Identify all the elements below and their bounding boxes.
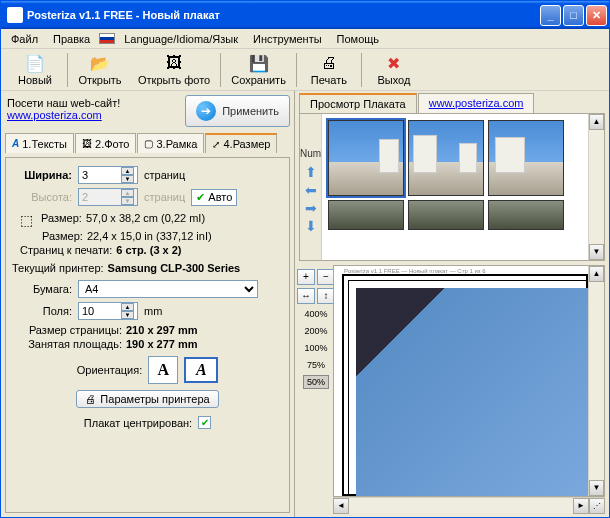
- print-button[interactable]: 🖨Печать: [299, 51, 359, 88]
- left-panel: Посети наш web-сайт! www.posteriza.com ➔…: [1, 91, 295, 517]
- right-panel: Просмотр Плаката www.posteriza.com Num ⬆…: [295, 91, 609, 517]
- width-label: Ширина:: [12, 169, 72, 181]
- page-thumbnail[interactable]: [408, 120, 484, 196]
- save-button[interactable]: 💾Сохранить: [223, 51, 294, 88]
- thumb-scrollbar[interactable]: ▲ ▼: [588, 114, 604, 260]
- menu-language[interactable]: Language/Idioma/Язык: [118, 31, 244, 47]
- titlebar: Posteriza v1.1 FREE - Новый плакат _ □ ✕: [1, 1, 609, 29]
- app-window: Posteriza v1.1 FREE - Новый плакат _ □ ✕…: [0, 0, 610, 518]
- scroll-down-icon[interactable]: ▼: [589, 244, 604, 260]
- open-button[interactable]: 📂Открыть: [70, 51, 130, 88]
- close-button[interactable]: ✕: [586, 5, 607, 26]
- zoom-75[interactable]: 75%: [307, 358, 325, 372]
- website-link[interactable]: www.posteriza.com: [7, 109, 102, 121]
- photo-icon: 🖼: [164, 53, 184, 73]
- paper-select[interactable]: A4: [78, 280, 258, 298]
- resize-grip-icon[interactable]: ⋰: [589, 498, 605, 514]
- tab-preview[interactable]: Просмотр Плаката: [299, 93, 417, 113]
- size-icon: ⤢: [212, 139, 220, 150]
- flag-icon: [99, 33, 115, 44]
- page-thumbnail[interactable]: [408, 200, 484, 230]
- spin-down-icon[interactable]: ▼: [121, 175, 134, 183]
- fit-width-button[interactable]: ↔: [297, 288, 315, 304]
- preview-scrollbar-h[interactable]: ◄ ► ⋰: [333, 497, 605, 513]
- open-photo-button[interactable]: 🖼Открыть фото: [130, 51, 218, 88]
- zoom-400[interactable]: 400%: [304, 307, 327, 321]
- print-icon: 🖨: [319, 53, 339, 73]
- text-icon: A: [12, 138, 19, 149]
- zoom-100[interactable]: 100%: [304, 341, 327, 355]
- menu-tools[interactable]: Инструменты: [247, 31, 328, 47]
- printer-icon: 🖨: [85, 393, 96, 405]
- dimensions-icon: ⬚: [20, 212, 33, 228]
- height-label: Высота:: [12, 191, 72, 203]
- page-thumbnail[interactable]: [328, 120, 404, 196]
- photo-tab-icon: 🖼: [82, 138, 92, 149]
- toolbar: 📄Новый 📂Открыть 🖼Открыть фото 💾Сохранить…: [1, 49, 609, 91]
- tab-size[interactable]: ⤢4.Размер: [205, 133, 277, 153]
- check-icon: ✔: [196, 191, 205, 204]
- save-icon: 💾: [249, 53, 269, 73]
- exit-button[interactable]: ✖Выход: [364, 51, 424, 88]
- zoom-in-button[interactable]: +: [297, 269, 315, 285]
- new-icon: 📄: [25, 53, 45, 73]
- apply-button[interactable]: ➔ Применить: [185, 95, 290, 127]
- preview-scrollbar-v[interactable]: ▲ ▼: [588, 266, 604, 496]
- arrow-down-icon[interactable]: ⬇: [305, 219, 317, 233]
- page-thumbnail[interactable]: [488, 120, 564, 196]
- tab-content-size: Ширина: 3▲▼ страниц Высота: 2▲▼ страниц …: [5, 157, 290, 513]
- zoom-controls: +− ↔↕ 400% 200% 100% 75% 50%: [299, 265, 333, 513]
- open-icon: 📂: [90, 53, 110, 73]
- spin-up-icon[interactable]: ▲: [121, 167, 134, 175]
- width-input[interactable]: 3▲▼: [78, 166, 138, 184]
- maximize-button[interactable]: □: [563, 5, 584, 26]
- app-icon: [7, 7, 23, 23]
- window-title: Posteriza v1.1 FREE - Новый плакат: [27, 9, 540, 21]
- zoom-50[interactable]: 50%: [303, 375, 329, 389]
- arrow-up-icon[interactable]: ⬆: [305, 165, 317, 179]
- tab-texts[interactable]: A1.Тексты: [5, 133, 74, 153]
- tab-web[interactable]: www.posteriza.com: [418, 93, 535, 113]
- arrow-right-icon: ➔: [196, 101, 216, 121]
- num-label: Num: [298, 146, 323, 161]
- menu-help[interactable]: Помощь: [331, 31, 386, 47]
- page-thumbnail[interactable]: [488, 200, 564, 230]
- tab-frame[interactable]: ▢3.Рамка: [137, 133, 204, 153]
- minimize-button[interactable]: _: [540, 5, 561, 26]
- height-input: 2▲▼: [78, 188, 138, 206]
- arrow-right-nav-icon[interactable]: ➡: [305, 201, 317, 215]
- centered-checkbox[interactable]: ✔: [198, 416, 211, 429]
- settings-tabs: A1.Тексты 🖼2.Фото ▢3.Рамка ⤢4.Размер: [5, 133, 290, 153]
- menu-file[interactable]: Файл: [5, 31, 44, 47]
- page-preview[interactable]: Posteriza v1.1 FREE — Новый плакат — Стр…: [333, 265, 605, 497]
- scroll-up-icon[interactable]: ▲: [589, 114, 604, 130]
- margins-input[interactable]: 10▲▼: [78, 302, 138, 320]
- page-thumbnail[interactable]: [328, 200, 404, 230]
- arrow-left-icon[interactable]: ⬅: [305, 183, 317, 197]
- menu-edit[interactable]: Правка: [47, 31, 96, 47]
- website-box: Посети наш web-сайт! www.posteriza.com: [5, 95, 179, 123]
- orientation-landscape[interactable]: A: [184, 357, 218, 383]
- auto-button[interactable]: ✔Авто: [191, 189, 237, 206]
- frame-icon: ▢: [144, 138, 153, 149]
- menubar: Файл Правка Language/Idioma/Язык Инструм…: [1, 29, 609, 49]
- exit-icon: ✖: [384, 53, 404, 73]
- thumbnail-panel: Num ⬆ ⬅ ➡ ⬇: [299, 113, 605, 261]
- orientation-portrait[interactable]: A: [148, 356, 178, 384]
- new-button[interactable]: 📄Новый: [5, 51, 65, 88]
- tab-photo[interactable]: 🖼2.Фото: [75, 133, 136, 153]
- zoom-200[interactable]: 200%: [304, 324, 327, 338]
- printer-properties-button[interactable]: 🖨Параметры принтера: [76, 390, 218, 408]
